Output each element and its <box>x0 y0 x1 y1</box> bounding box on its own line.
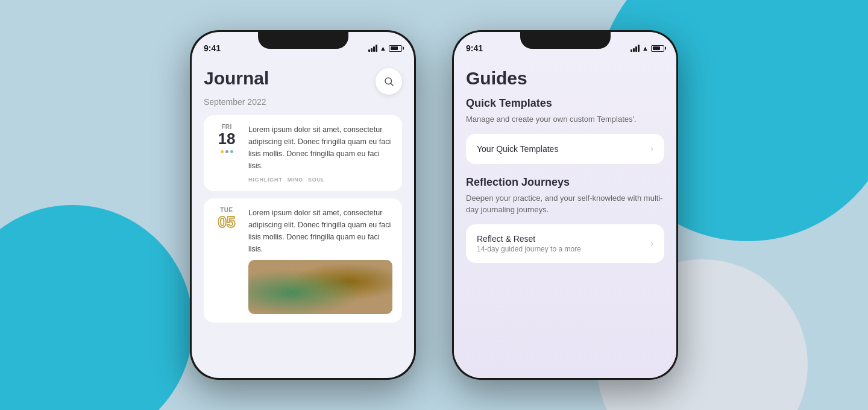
card-body-1: Lorem ipsum dolor sit amet, consectetur … <box>248 124 392 183</box>
right-status-icons: ▲ <box>631 45 664 52</box>
tag-soul: SOUL <box>308 177 325 183</box>
journal-header: Journal <box>204 58 402 97</box>
reflection-journeys-desc: Deepen your practice, and your self-know… <box>466 192 664 216</box>
left-phone: 9:41 ▲ Journal <box>190 30 416 380</box>
right-wifi-icon: ▲ <box>642 45 649 52</box>
right-phone-inner: 9:41 ▲ Guides <box>454 32 676 378</box>
journal-date: September 2022 <box>204 97 402 107</box>
right-phone: 9:41 ▲ Guides <box>452 30 678 380</box>
journal-card-2[interactable]: TUE 05 Lorem ipsum dolor sit amet, conse… <box>204 198 402 323</box>
tag-highlight: HIGHLIGHT <box>248 177 283 183</box>
quick-templates-title: Quick Templates <box>466 97 664 110</box>
reflect-reset-title: Reflect & Reset <box>477 234 581 244</box>
guide-card-content-1: Your Quick Templates <box>477 144 558 154</box>
card-dots-1 <box>213 150 240 153</box>
right-battery-icon <box>651 45 664 52</box>
quick-templates-section: Quick Templates Manage and create your o… <box>466 97 664 164</box>
chevron-right-icon-1: › <box>650 144 653 154</box>
food-image <box>248 260 392 314</box>
reflect-reset-card[interactable]: Reflect & Reset 14-day guided journey to… <box>466 224 664 263</box>
journal-title: Journal <box>204 68 269 89</box>
guides-screen-content: Guides Quick Templates Manage and create… <box>454 58 676 378</box>
your-quick-templates-card[interactable]: Your Quick Templates › <box>466 134 664 164</box>
quick-templates-desc: Manage and create your own custom Templa… <box>466 113 664 125</box>
left-battery-icon <box>389 45 402 52</box>
right-signal-icon <box>631 45 640 52</box>
left-signal-icon <box>368 45 377 52</box>
journal-card-1[interactable]: FRI 18 Lorem ipsum dolor sit amet, conse… <box>204 115 402 191</box>
svg-point-0 <box>385 78 392 84</box>
tag-mind: MIND <box>288 177 303 183</box>
quick-templates-item-title: Your Quick Templates <box>477 144 558 154</box>
dot-2 <box>225 150 228 153</box>
left-phone-inner: 9:41 ▲ Journal <box>192 32 414 378</box>
dot-1 <box>221 150 224 153</box>
card-tags-1: HIGHLIGHT MIND SOUL <box>248 177 392 183</box>
search-button[interactable] <box>376 68 402 95</box>
card-body-2: Lorem ipsum dolor sit amet, consectetur … <box>248 207 392 314</box>
card-date-1: 18 <box>213 130 240 148</box>
guide-card-content-2: Reflect & Reset 14-day guided journey to… <box>477 234 581 253</box>
right-status-time: 9:41 <box>466 43 483 53</box>
guides-title: Guides <box>466 58 664 97</box>
svg-line-1 <box>391 83 393 86</box>
chevron-right-icon-2: › <box>650 238 653 249</box>
page: 9:41 ▲ Journal <box>0 0 868 410</box>
dot-3 <box>230 150 233 153</box>
right-phone-notch <box>520 32 611 49</box>
card-text-1: Lorem ipsum dolor sit amet, consectetur … <box>248 124 392 172</box>
left-wifi-icon: ▲ <box>380 45 386 52</box>
reflect-reset-subtitle: 14-day guided journey to a more <box>477 245 581 253</box>
reflection-journeys-title: Reflection Journeys <box>466 176 664 189</box>
date-badge-2: TUE 05 <box>213 207 240 314</box>
left-status-icons: ▲ <box>368 45 402 52</box>
left-phone-notch <box>258 32 348 49</box>
date-badge-1: FRI 18 <box>213 124 240 183</box>
reflection-journeys-section: Reflection Journeys Deepen your practice… <box>466 176 664 263</box>
left-status-time: 9:41 <box>204 43 221 53</box>
search-icon <box>383 76 394 87</box>
card-date-2: 05 <box>213 213 240 231</box>
journal-screen: Journal September 2022 FRI 18 <box>192 58 414 378</box>
card-text-2: Lorem ipsum dolor sit amet, consectetur … <box>248 207 392 255</box>
